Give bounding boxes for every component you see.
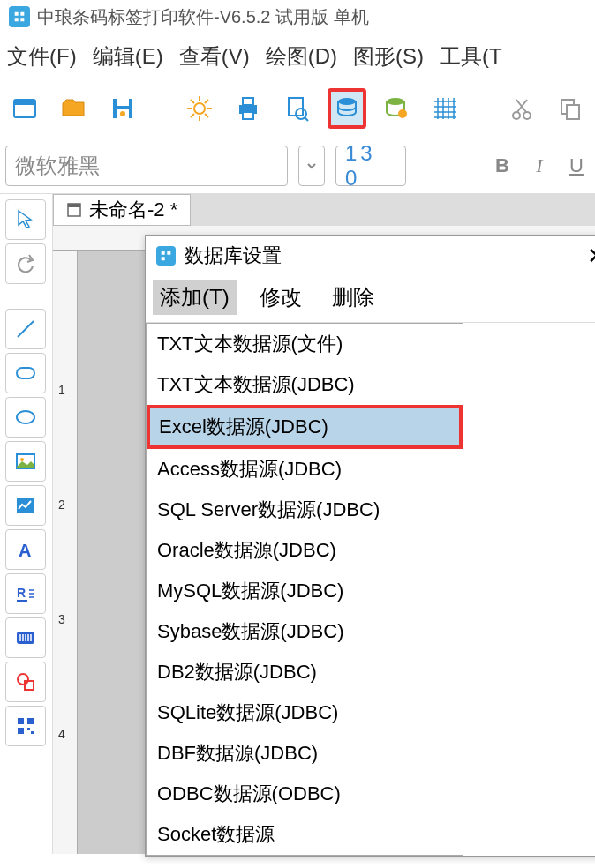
delete-menu-item[interactable]: 删除 (325, 280, 381, 315)
document-tab[interactable]: 未命名-2 * (53, 194, 191, 226)
rotate-tool[interactable] (5, 243, 46, 284)
datasource-option-mysql-jdbc[interactable]: MySQL数据源(JDBC) (147, 571, 463, 611)
database-sync-button[interactable] (377, 88, 416, 129)
datasource-option-sqlserver-jdbc[interactable]: SQL Server数据源(JDBC) (147, 490, 463, 530)
preview-button[interactable] (278, 88, 317, 129)
svg-line-11 (191, 100, 194, 103)
document-icon (66, 202, 82, 218)
modify-menu-item[interactable]: 修改 (252, 280, 309, 315)
datasource-option-sybase-jdbc[interactable]: Sybase数据源(JDBC) (147, 611, 463, 652)
svg-point-5 (120, 111, 125, 116)
datasource-option-db2-jdbc[interactable]: DB2数据源(JDBC) (147, 652, 463, 692)
datasource-option-excel-jdbc[interactable]: Excel数据源(JDBC) (147, 405, 463, 449)
svg-rect-61 (27, 728, 30, 730)
cut-button[interactable] (502, 88, 541, 129)
svg-rect-17 (243, 112, 253, 119)
text-tool[interactable]: A (5, 529, 46, 570)
font-name-select[interactable]: 微软雅黑 (5, 146, 288, 186)
document-tab-label: 未命名-2 * (89, 197, 177, 223)
richtext-tool[interactable]: R (5, 573, 46, 614)
copy-button[interactable] (551, 88, 590, 129)
qr-tool[interactable] (5, 706, 46, 746)
image-tool[interactable] (5, 441, 46, 482)
svg-rect-59 (27, 718, 34, 724)
dialog-titlebar: 数据库设置 ✕ (146, 236, 595, 276)
menu-shape[interactable]: 图形(S) (353, 42, 424, 71)
barcode-tool[interactable] (5, 617, 46, 658)
dialog-title-text: 数据库设置 (185, 243, 282, 269)
svg-rect-16 (243, 98, 253, 105)
canvas-area: 未命名-2 * 1 2 3 4 数据库设置 ✕ 添加(T) 修改 (53, 194, 595, 854)
rounded-rect-tool[interactable] (5, 353, 46, 393)
datasource-option-oracle-jdbc[interactable]: Oracle数据源(JDBC) (147, 530, 463, 571)
svg-line-20 (305, 117, 308, 121)
svg-point-56 (18, 674, 28, 685)
svg-rect-43 (17, 498, 34, 513)
svg-point-21 (338, 98, 356, 105)
svg-point-40 (17, 411, 34, 423)
close-button[interactable]: ✕ (584, 243, 595, 269)
ruler-tick-label: 1 (58, 383, 65, 397)
datasource-option-sqlite-jdbc[interactable]: SQLite数据源(JDBC) (147, 692, 463, 733)
pointer-tool[interactable] (5, 199, 46, 240)
database-button[interactable] (328, 88, 366, 129)
shape-tool[interactable] (5, 662, 46, 702)
main-toolbar (0, 83, 595, 138)
svg-rect-37 (567, 105, 579, 119)
svg-rect-1 (14, 100, 35, 105)
add-menu-item[interactable]: 添加(T) (153, 280, 237, 315)
grid-button[interactable] (426, 88, 464, 129)
datasource-option-txt-file[interactable]: TXT文本数据源(文件) (147, 324, 463, 364)
title-bar: 中琅条码标签打印软件-V6.5.2 试用版 单机 (0, 0, 595, 34)
print-button[interactable] (229, 88, 267, 129)
font-name-dropdown-icon[interactable] (298, 146, 325, 186)
svg-point-23 (398, 109, 407, 118)
menu-draw[interactable]: 绘图(D) (266, 42, 337, 71)
svg-rect-58 (18, 718, 24, 724)
italic-button[interactable]: I (526, 153, 553, 179)
window-title: 中琅条码标签打印软件-V6.5.2 试用版 单机 (37, 5, 369, 29)
open-button[interactable] (55, 88, 94, 129)
dialog-menu: 添加(T) 修改 删除 (146, 276, 595, 323)
tools-palette: A R (0, 194, 53, 854)
line-tool[interactable] (5, 309, 46, 349)
app-icon (9, 6, 30, 27)
datasource-option-socket[interactable]: Socket数据源 (147, 814, 463, 855)
svg-point-42 (20, 458, 24, 461)
svg-text:A: A (19, 541, 31, 560)
ruler-tick-label: 3 (58, 612, 65, 626)
svg-rect-57 (25, 681, 34, 690)
settings-button[interactable] (180, 88, 219, 129)
datasource-option-access-jdbc[interactable]: Access数据源(JDBC) (147, 449, 463, 490)
datasource-option-dbf-jdbc[interactable]: DBF数据源(JDBC) (147, 733, 463, 774)
menu-bar: 文件(F) 编辑(E) 查看(V) 绘图(D) 图形(S) 工具(T (0, 34, 595, 83)
document-tab-bar: 未命名-2 * (53, 194, 595, 226)
ruler-tick-label: 4 (58, 727, 65, 741)
menu-file[interactable]: 文件(F) (7, 42, 77, 71)
save-button[interactable] (103, 88, 142, 129)
datasource-option-odbc[interactable]: ODBC数据源(ODBC) (147, 774, 463, 814)
datasource-option-txt-jdbc[interactable]: TXT文本数据源(JDBC) (147, 364, 463, 405)
svg-point-32 (513, 112, 520, 119)
underline-button[interactable]: U (563, 153, 590, 179)
new-document-button[interactable] (5, 88, 44, 129)
menu-edit[interactable]: 编辑(E) (93, 42, 163, 71)
svg-line-14 (205, 100, 208, 103)
svg-point-33 (523, 112, 531, 119)
svg-text:R: R (17, 586, 26, 600)
datasource-dropdown: TXT文本数据源(文件) TXT文本数据源(JDBC) Excel数据源(JDB… (146, 323, 463, 856)
font-toolbar: 微软雅黑 13 0 B I U (0, 138, 595, 194)
ellipse-tool[interactable] (5, 397, 46, 438)
svg-rect-3 (117, 99, 129, 106)
database-settings-dialog: 数据库设置 ✕ 添加(T) 修改 删除 TXT文本数据源(文件) TXT文本数据… (145, 235, 595, 857)
svg-line-38 (18, 321, 34, 337)
vertical-ruler: 1 2 3 4 (53, 251, 78, 854)
svg-rect-64 (68, 204, 80, 207)
menu-view[interactable]: 查看(V) (179, 42, 250, 71)
chart-tool[interactable] (5, 485, 46, 526)
bold-button[interactable]: B (489, 153, 516, 179)
svg-point-6 (194, 103, 205, 114)
svg-point-22 (387, 98, 404, 105)
font-size-input[interactable]: 13 0 (335, 146, 406, 186)
menu-tool[interactable]: 工具(T (440, 42, 502, 71)
